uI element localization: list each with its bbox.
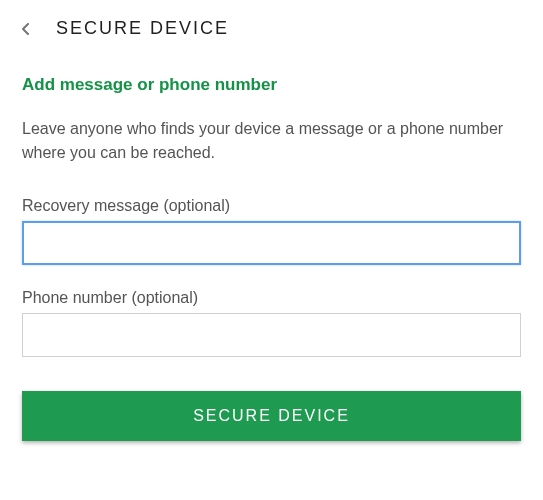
section-subtitle: Add message or phone number [22, 75, 521, 95]
action-container: SECURE DEVICE [0, 381, 543, 441]
recovery-message-group: Recovery message (optional) [22, 197, 521, 265]
phone-number-label: Phone number (optional) [22, 289, 521, 307]
recovery-message-label: Recovery message (optional) [22, 197, 521, 215]
back-icon[interactable] [20, 23, 32, 35]
recovery-message-input[interactable] [22, 221, 521, 265]
page-title: SECURE DEVICE [56, 18, 229, 39]
phone-number-group: Phone number (optional) [22, 289, 521, 357]
phone-number-input[interactable] [22, 313, 521, 357]
content-area: Add message or phone number Leave anyone… [0, 57, 543, 357]
page-header: SECURE DEVICE [0, 0, 543, 57]
section-description: Leave anyone who finds your device a mes… [22, 117, 521, 165]
secure-device-button[interactable]: SECURE DEVICE [22, 391, 521, 441]
